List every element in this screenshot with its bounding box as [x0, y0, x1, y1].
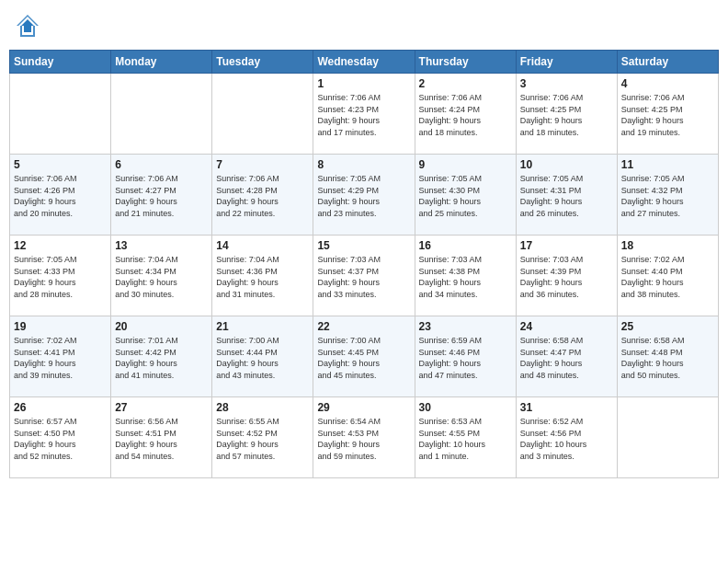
- calendar-cell: [10, 74, 111, 155]
- week-row-3: 12Sunrise: 7:05 AM Sunset: 4:33 PM Dayli…: [10, 236, 719, 316]
- day-number: 2: [419, 77, 512, 90]
- calendar-cell: 3Sunrise: 7:06 AM Sunset: 4:25 PM Daylig…: [516, 74, 617, 155]
- calendar-cell: 16Sunrise: 7:03 AM Sunset: 4:38 PM Dayli…: [415, 236, 516, 316]
- day-info: Sunrise: 7:05 AM Sunset: 4:31 PM Dayligh…: [520, 173, 613, 219]
- day-info: Sunrise: 7:06 AM Sunset: 4:28 PM Dayligh…: [216, 173, 309, 219]
- day-info: Sunrise: 6:55 AM Sunset: 4:52 PM Dayligh…: [216, 416, 309, 462]
- calendar-cell: 26Sunrise: 6:57 AM Sunset: 4:50 PM Dayli…: [10, 397, 111, 478]
- day-info: Sunrise: 7:06 AM Sunset: 4:27 PM Dayligh…: [115, 173, 208, 219]
- day-number: 31: [520, 401, 613, 414]
- day-number: 8: [317, 158, 410, 171]
- calendar-cell: 24Sunrise: 6:58 AM Sunset: 4:47 PM Dayli…: [516, 316, 617, 397]
- calendar-cell: 30Sunrise: 6:53 AM Sunset: 4:55 PM Dayli…: [415, 397, 516, 478]
- day-number: 13: [115, 239, 208, 252]
- calendar-cell: 25Sunrise: 6:58 AM Sunset: 4:48 PM Dayli…: [617, 316, 718, 397]
- day-info: Sunrise: 7:06 AM Sunset: 4:25 PM Dayligh…: [520, 92, 613, 138]
- day-number: 30: [419, 401, 512, 414]
- day-number: 9: [419, 158, 512, 171]
- weekday-header-thursday: Thursday: [415, 51, 516, 74]
- day-number: 19: [14, 320, 107, 333]
- weekday-header-monday: Monday: [111, 51, 212, 74]
- day-number: 14: [216, 239, 309, 252]
- day-info: Sunrise: 7:06 AM Sunset: 4:25 PM Dayligh…: [621, 92, 714, 138]
- logo: [15, 13, 44, 39]
- day-number: 28: [216, 401, 309, 414]
- calendar-cell: [617, 397, 718, 478]
- week-row-4: 19Sunrise: 7:02 AM Sunset: 4:41 PM Dayli…: [10, 316, 719, 397]
- day-info: Sunrise: 7:02 AM Sunset: 4:41 PM Dayligh…: [14, 335, 107, 381]
- day-number: 11: [621, 158, 714, 171]
- calendar-cell: 18Sunrise: 7:02 AM Sunset: 4:40 PM Dayli…: [617, 236, 718, 316]
- day-number: 12: [14, 239, 107, 252]
- calendar-cell: 13Sunrise: 7:04 AM Sunset: 4:34 PM Dayli…: [111, 236, 212, 316]
- day-number: 1: [317, 77, 410, 90]
- calendar-cell: 8Sunrise: 7:05 AM Sunset: 4:29 PM Daylig…: [313, 155, 415, 236]
- weekday-header-wednesday: Wednesday: [313, 51, 415, 74]
- day-info: Sunrise: 6:57 AM Sunset: 4:50 PM Dayligh…: [14, 416, 107, 462]
- day-info: Sunrise: 6:58 AM Sunset: 4:47 PM Dayligh…: [520, 335, 613, 381]
- day-info: Sunrise: 7:03 AM Sunset: 4:39 PM Dayligh…: [520, 254, 613, 300]
- header: [9, 9, 719, 42]
- day-info: Sunrise: 7:05 AM Sunset: 4:33 PM Dayligh…: [14, 254, 107, 300]
- day-info: Sunrise: 6:56 AM Sunset: 4:51 PM Dayligh…: [115, 416, 208, 462]
- calendar-table: SundayMondayTuesdayWednesdayThursdayFrid…: [9, 50, 719, 478]
- calendar-cell: 15Sunrise: 7:03 AM Sunset: 4:37 PM Dayli…: [313, 236, 415, 316]
- day-number: 20: [115, 320, 208, 333]
- weekday-header-row: SundayMondayTuesdayWednesdayThursdayFrid…: [10, 51, 719, 74]
- day-info: Sunrise: 7:04 AM Sunset: 4:34 PM Dayligh…: [115, 254, 208, 300]
- calendar-cell: 7Sunrise: 7:06 AM Sunset: 4:28 PM Daylig…: [212, 155, 313, 236]
- day-info: Sunrise: 7:02 AM Sunset: 4:40 PM Dayligh…: [621, 254, 714, 300]
- day-info: Sunrise: 7:05 AM Sunset: 4:32 PM Dayligh…: [621, 173, 714, 219]
- week-row-1: 1Sunrise: 7:06 AM Sunset: 4:23 PM Daylig…: [10, 74, 719, 155]
- day-info: Sunrise: 7:06 AM Sunset: 4:24 PM Dayligh…: [419, 92, 512, 138]
- calendar-cell: 19Sunrise: 7:02 AM Sunset: 4:41 PM Dayli…: [10, 316, 111, 397]
- day-info: Sunrise: 7:06 AM Sunset: 4:23 PM Dayligh…: [317, 92, 410, 138]
- calendar-cell: [111, 74, 212, 155]
- day-info: Sunrise: 6:52 AM Sunset: 4:56 PM Dayligh…: [520, 416, 613, 462]
- day-info: Sunrise: 7:05 AM Sunset: 4:30 PM Dayligh…: [419, 173, 512, 219]
- calendar-cell: 23Sunrise: 6:59 AM Sunset: 4:46 PM Dayli…: [415, 316, 516, 397]
- calendar-cell: 22Sunrise: 7:00 AM Sunset: 4:45 PM Dayli…: [313, 316, 415, 397]
- calendar-cell: 28Sunrise: 6:55 AM Sunset: 4:52 PM Dayli…: [212, 397, 313, 478]
- page: SundayMondayTuesdayWednesdayThursdayFrid…: [0, 0, 728, 563]
- day-number: 29: [317, 401, 410, 414]
- day-info: Sunrise: 7:01 AM Sunset: 4:42 PM Dayligh…: [115, 335, 208, 381]
- calendar-cell: 2Sunrise: 7:06 AM Sunset: 4:24 PM Daylig…: [415, 74, 516, 155]
- day-number: 4: [621, 77, 714, 90]
- day-number: 17: [520, 239, 613, 252]
- week-row-2: 5Sunrise: 7:06 AM Sunset: 4:26 PM Daylig…: [10, 155, 719, 236]
- weekday-header-saturday: Saturday: [617, 51, 718, 74]
- calendar-cell: 11Sunrise: 7:05 AM Sunset: 4:32 PM Dayli…: [617, 155, 718, 236]
- calendar-cell: [212, 74, 313, 155]
- day-number: 21: [216, 320, 309, 333]
- calendar-cell: 12Sunrise: 7:05 AM Sunset: 4:33 PM Dayli…: [10, 236, 111, 316]
- day-number: 22: [317, 320, 410, 333]
- calendar-cell: 20Sunrise: 7:01 AM Sunset: 4:42 PM Dayli…: [111, 316, 212, 397]
- logo-icon: [15, 13, 40, 39]
- day-info: Sunrise: 7:03 AM Sunset: 4:38 PM Dayligh…: [419, 254, 512, 300]
- calendar-cell: 17Sunrise: 7:03 AM Sunset: 4:39 PM Dayli…: [516, 236, 617, 316]
- day-number: 5: [14, 158, 107, 171]
- calendar-cell: 9Sunrise: 7:05 AM Sunset: 4:30 PM Daylig…: [415, 155, 516, 236]
- day-number: 25: [621, 320, 714, 333]
- day-number: 6: [115, 158, 208, 171]
- day-info: Sunrise: 7:00 AM Sunset: 4:44 PM Dayligh…: [216, 335, 309, 381]
- weekday-header-tuesday: Tuesday: [212, 51, 313, 74]
- day-info: Sunrise: 6:53 AM Sunset: 4:55 PM Dayligh…: [419, 416, 512, 462]
- day-info: Sunrise: 6:54 AM Sunset: 4:53 PM Dayligh…: [317, 416, 410, 462]
- day-number: 18: [621, 239, 714, 252]
- week-row-5: 26Sunrise: 6:57 AM Sunset: 4:50 PM Dayli…: [10, 397, 719, 478]
- day-number: 15: [317, 239, 410, 252]
- calendar-cell: 1Sunrise: 7:06 AM Sunset: 4:23 PM Daylig…: [313, 74, 415, 155]
- calendar-cell: 5Sunrise: 7:06 AM Sunset: 4:26 PM Daylig…: [10, 155, 111, 236]
- calendar-cell: 29Sunrise: 6:54 AM Sunset: 4:53 PM Dayli…: [313, 397, 415, 478]
- day-number: 16: [419, 239, 512, 252]
- day-number: 7: [216, 158, 309, 171]
- calendar-cell: 31Sunrise: 6:52 AM Sunset: 4:56 PM Dayli…: [516, 397, 617, 478]
- calendar-cell: 14Sunrise: 7:04 AM Sunset: 4:36 PM Dayli…: [212, 236, 313, 316]
- calendar-cell: 27Sunrise: 6:56 AM Sunset: 4:51 PM Dayli…: [111, 397, 212, 478]
- day-number: 3: [520, 77, 613, 90]
- weekday-header-sunday: Sunday: [10, 51, 111, 74]
- weekday-header-friday: Friday: [516, 51, 617, 74]
- day-info: Sunrise: 7:06 AM Sunset: 4:26 PM Dayligh…: [14, 173, 107, 219]
